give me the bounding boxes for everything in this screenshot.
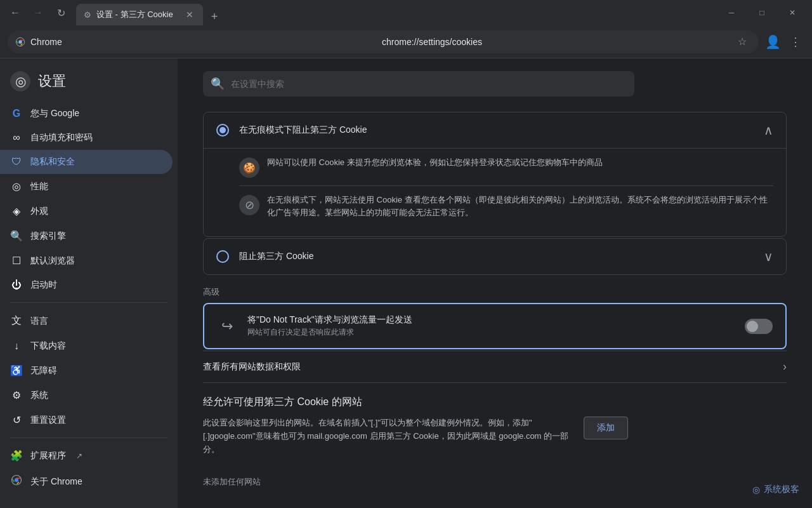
option-block-title: 阻止第三方 Cookie [239, 251, 754, 262]
sidebar-label-reset: 重置设置 [30, 415, 66, 426]
no-sites-label: 未添加任何网站 [203, 466, 787, 498]
sidebar-item-downloads[interactable]: ↓ 下载内容 [0, 334, 173, 358]
dnt-header: ↪ 将"Do Not Track"请求与浏览流量一起发送 网站可自行决定是否响应… [204, 304, 785, 348]
sidebar-label-autofill: 自动填充和密码 [30, 132, 93, 144]
address-url: chrome://settings/cookies [382, 37, 728, 47]
active-tab[interactable]: ⚙ 设置 - 第三方 Cookie ✕ [76, 4, 203, 25]
sidebar-label-downloads: 下载内容 [30, 340, 66, 352]
google-icon: G [10, 108, 23, 119]
view-all-arrow-icon: › [783, 360, 787, 373]
sidebar-item-reset[interactable]: ↺ 重置设置 [0, 408, 173, 432]
sub-text-incognito: 在无痕模式下，网站无法使用 Cookie 查看您在各个网站（即使是彼此相关的网站… [267, 194, 773, 218]
sidebar-divider-2 [10, 438, 167, 438]
window-controls-right: ─ □ ✕ [717, 0, 807, 25]
settings-title: 设置 [38, 72, 66, 91]
add-button[interactable]: 添加 [584, 417, 628, 439]
search-input[interactable] [231, 79, 627, 89]
sidebar-label-appearance: 外观 [30, 206, 48, 217]
option-incognito-header[interactable]: 在无痕模式下阻止第三方 Cookie ∧ [204, 112, 786, 148]
sidebar-item-language[interactable]: 文 语言 [0, 308, 173, 334]
search-engine-icon: 🔍 [10, 230, 23, 242]
sidebar-divider [10, 302, 167, 303]
downloads-icon: ↓ [10, 340, 23, 352]
titlebar: ← → ↻ ⚙ 设置 - 第三方 Cookie ✕ + ─ □ ✕ [0, 0, 812, 25]
close-button[interactable]: ✕ [778, 0, 807, 25]
sidebar-label-accessibility: 无障碍 [30, 365, 57, 377]
sidebar-label-language: 语言 [30, 316, 48, 327]
startup-icon: ⏻ [10, 279, 23, 291]
sidebar-item-appearance[interactable]: ◈ 外观 [0, 199, 173, 224]
option-block-card: 阻止第三方 Cookie ∨ [203, 238, 787, 275]
sidebar-item-privacy[interactable]: 🛡 隐私和安全 [0, 150, 173, 174]
tab-settings-icon: ⚙ [84, 10, 91, 20]
chrome-logo-icon [15, 37, 25, 47]
sidebar-item-startup[interactable]: ⏻ 启动时 [0, 273, 173, 297]
sidebar-item-extensions[interactable]: 🧩 扩展程序 ↗ [0, 443, 173, 468]
sidebar-label-privacy: 隐私和安全 [30, 156, 75, 168]
content-area: 🔍 在无痕模式下阻止第三方 Cookie ∧ 🍪 网站可以使用 Cookie 来… [178, 58, 812, 508]
appearance-icon: ◈ [10, 205, 23, 217]
collapse-icon[interactable]: ∧ [764, 123, 773, 138]
profile-icon[interactable]: 👤 [764, 33, 782, 51]
address-bar-input[interactable]: Chrome chrome://settings/cookies ☆ [8, 30, 759, 53]
option-incognito-radio[interactable] [216, 124, 229, 137]
sidebar-item-browser[interactable]: ☐ 默认浏览器 [0, 248, 173, 273]
new-tab-button[interactable]: + [206, 8, 223, 25]
dnt-text-block: 将"Do Not Track"请求与浏览流量一起发送 网站可自行决定是否响应此请… [247, 314, 735, 338]
sidebar-label-google: 您与 Google [30, 108, 79, 119]
search-icon: 🔍 [211, 77, 225, 91]
svg-point-3 [15, 478, 18, 482]
maximize-button[interactable]: □ [747, 0, 776, 25]
watermark: ◎ 系统极客 [752, 484, 799, 495]
watermark-icon: ◎ [752, 485, 760, 495]
sub-text-cookies: 网站可以使用 Cookie 来提升您的浏览体验，例如让您保持登录状态或记住您购物… [267, 156, 603, 169]
view-all-sites-row[interactable]: 查看所有网站数据和权限 › [203, 351, 787, 383]
sidebar-label-performance: 性能 [30, 181, 48, 192]
option-block-radio[interactable] [216, 250, 229, 263]
back-button[interactable]: ← [5, 3, 25, 23]
about-icon [10, 474, 23, 489]
watermark-text: 系统极客 [764, 484, 799, 495]
sidebar-item-search[interactable]: 🔍 搜索引擎 [0, 224, 173, 248]
sidebar-label-startup: 启动时 [30, 279, 57, 291]
performance-icon: ◎ [10, 180, 23, 192]
settings-search-bar[interactable]: 🔍 [203, 71, 634, 97]
dnt-card: ↪ 将"Do Not Track"请求与浏览流量一起发送 网站可自行决定是否响应… [203, 303, 787, 349]
extensions-icon: 🧩 [10, 450, 23, 462]
addressbar: Chrome chrome://settings/cookies ☆ 👤 ⋮ [0, 25, 812, 58]
main-layout: ◎ 设置 G 您与 Google ∞ 自动填充和密码 🛡 隐私和安全 ◎ 性能 … [0, 58, 812, 508]
sidebar-item-autofill[interactable]: ∞ 自动填充和密码 [0, 126, 173, 150]
sub-option-cookies: 🍪 网站可以使用 Cookie 来提升您的浏览体验，例如让您保持登录状态或记住您… [239, 149, 773, 185]
option-block-header[interactable]: 阻止第三方 Cookie ∨ [204, 239, 786, 274]
forward-button[interactable]: → [28, 3, 48, 23]
sidebar-item-google[interactable]: G 您与 Google [0, 102, 173, 126]
tab-close-button[interactable]: ✕ [184, 9, 195, 20]
dnt-subtitle: 网站可自行决定是否响应此请求 [247, 327, 735, 338]
expand-icon[interactable]: ∨ [764, 249, 773, 264]
minimize-button[interactable]: ─ [717, 0, 746, 25]
bookmark-icon[interactable]: ☆ [733, 33, 751, 51]
dnt-title: 将"Do Not Track"请求与浏览流量一起发送 [247, 314, 735, 326]
svg-point-1 [18, 40, 22, 43]
sidebar-item-about[interactable]: 关于 Chrome [0, 468, 173, 495]
sub-option-incognito: ⊘ 在无痕模式下，网站无法使用 Cookie 查看您在各个网站（即使是彼此相关的… [239, 185, 773, 226]
autofill-icon: ∞ [10, 132, 23, 144]
dnt-arrow-icon: ↪ [217, 316, 237, 337]
sidebar-header: ◎ 设置 [0, 66, 178, 102]
option-incognito-card: 在无痕模式下阻止第三方 Cookie ∧ 🍪 网站可以使用 Cookie 来提升… [203, 112, 787, 237]
sidebar-item-accessibility[interactable]: ♿ 无障碍 [0, 358, 173, 383]
window-controls-left: ← → ↻ [5, 3, 71, 23]
view-all-sites-label: 查看所有网站数据和权限 [203, 361, 301, 373]
dnt-toggle[interactable] [745, 319, 773, 334]
sidebar-item-system[interactable]: ⚙ 系统 [0, 383, 173, 408]
allow-section-title: 经允许可使用第三方 Cookie 的网站 [203, 396, 787, 409]
advanced-label: 高级 [203, 276, 787, 303]
system-icon: ⚙ [10, 389, 23, 401]
privacy-icon: 🛡 [10, 156, 23, 168]
menu-icon[interactable]: ⋮ [787, 33, 804, 51]
reload-button[interactable]: ↻ [51, 3, 71, 23]
allow-section: 经允许可使用第三方 Cookie 的网站 此设置会影响这里列出的网站。在域名前插… [203, 396, 787, 498]
sidebar-item-performance[interactable]: ◎ 性能 [0, 174, 173, 199]
allow-row: 此设置会影响这里列出的网站。在域名前插入"[.]"可以为整个域创建例外情况。例如… [203, 417, 787, 466]
browser-icon: ☐ [10, 255, 23, 267]
